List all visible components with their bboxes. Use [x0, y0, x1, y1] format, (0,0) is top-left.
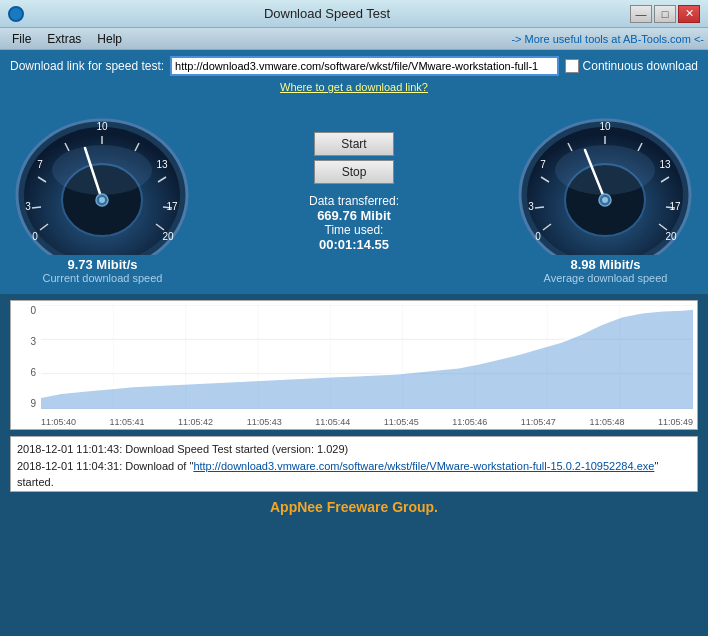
where-link-row: Where to get a download link?	[10, 80, 698, 94]
continuous-download-option: Continuous download	[565, 59, 698, 73]
svg-line-35	[535, 207, 544, 208]
average-speed-gauge: 0 3 7 10 13 17 20	[513, 100, 698, 284]
svg-line-12	[32, 207, 41, 208]
x-label-3: 11:05:43	[247, 417, 282, 427]
menu-help[interactable]: Help	[89, 30, 130, 48]
time-label: Time used:	[309, 223, 399, 237]
x-label-6: 11:05:46	[452, 417, 487, 427]
y-label-6: 6	[30, 367, 36, 378]
x-label-8: 11:05:48	[589, 417, 624, 427]
gauges-row: 0 3 7 10 13 17 20	[10, 100, 698, 284]
svg-text:17: 17	[669, 201, 681, 212]
url-row: Download link for speed test: Continuous…	[10, 56, 698, 76]
footer-text: AppNee Freeware Group.	[270, 499, 438, 515]
chart-y-axis: 9 6 3 0	[11, 305, 39, 409]
log-line-2: 2018-12-01 11:04:31: Download of "http:/…	[17, 458, 691, 491]
svg-text:10: 10	[96, 121, 108, 132]
x-label-4: 11:05:44	[315, 417, 350, 427]
continuous-checkbox[interactable]	[565, 59, 579, 73]
svg-point-3	[52, 145, 152, 195]
continuous-label: Continuous download	[583, 59, 698, 73]
current-speed-label: Current download speed	[43, 272, 163, 284]
svg-text:13: 13	[156, 159, 168, 170]
stop-button[interactable]: Stop	[314, 160, 394, 184]
maximize-button[interactable]: □	[654, 5, 676, 23]
center-controls: Start Stop Data transferred: 669.76 Mibi…	[309, 132, 399, 252]
log-download-link[interactable]: http://download3.vmware.com/software/wks…	[193, 460, 654, 472]
url-input[interactable]	[170, 56, 558, 76]
window-controls: — □ ✕	[630, 5, 700, 23]
average-speed-value: 8.98 Mibit/s	[570, 257, 640, 272]
log-line-1: 2018-12-01 11:01:43: Download Speed Test…	[17, 441, 691, 458]
minimize-button[interactable]: —	[630, 5, 652, 23]
start-button[interactable]: Start	[314, 132, 394, 156]
where-to-get-link[interactable]: Where to get a download link?	[280, 81, 428, 93]
svg-text:20: 20	[162, 231, 174, 242]
gauge-right-svg: 0 3 7 10 13 17 20	[513, 100, 698, 255]
svg-text:3: 3	[25, 201, 31, 212]
chart-x-axis: 11:05:40 11:05:41 11:05:42 11:05:43 11:0…	[41, 409, 693, 429]
x-label-9: 11:05:49	[658, 417, 693, 427]
x-label-5: 11:05:45	[384, 417, 419, 427]
current-speed-gauge: 0 3 7 10 13 17 20	[10, 100, 195, 284]
time-value: 00:01:14.55	[309, 237, 399, 252]
svg-text:0: 0	[32, 231, 38, 242]
log-area: 2018-12-01 11:01:43: Download Speed Test…	[10, 436, 698, 492]
svg-text:0: 0	[535, 231, 541, 242]
transferred-label: Data transferred:	[309, 194, 399, 208]
y-label-9: 9	[30, 398, 36, 409]
svg-point-26	[555, 145, 655, 195]
svg-line-41	[666, 207, 675, 208]
svg-text:17: 17	[166, 201, 178, 212]
svg-line-18	[163, 207, 172, 208]
data-info: Data transferred: 669.76 Mibit Time used…	[309, 194, 399, 252]
svg-text:13: 13	[659, 159, 671, 170]
average-speed-label: Average download speed	[544, 272, 668, 284]
x-label-1: 11:05:41	[110, 417, 145, 427]
svg-text:7: 7	[540, 159, 546, 170]
menu-file[interactable]: File	[4, 30, 39, 48]
ab-tools-link[interactable]: -> More useful tools at AB-Tools.com <-	[511, 33, 704, 45]
svg-point-45	[602, 197, 608, 203]
svg-point-22	[99, 197, 105, 203]
svg-text:3: 3	[528, 201, 534, 212]
y-label-0: 0	[30, 305, 36, 316]
current-speed-value: 9.73 Mibit/s	[67, 257, 137, 272]
transferred-value: 669.76 Mibit	[309, 208, 399, 223]
y-label-3: 3	[30, 336, 36, 347]
url-label: Download link for speed test:	[10, 59, 164, 73]
app-icon	[8, 6, 24, 22]
main-area: Download link for speed test: Continuous…	[0, 50, 708, 294]
footer: AppNee Freeware Group.	[0, 492, 708, 522]
menu-extras[interactable]: Extras	[39, 30, 89, 48]
close-button[interactable]: ✕	[678, 5, 700, 23]
window-title: Download Speed Test	[24, 6, 630, 21]
svg-text:7: 7	[37, 159, 43, 170]
chart-svg	[41, 305, 693, 409]
svg-text:20: 20	[665, 231, 677, 242]
chart-area: 9 6 3 0 11:05:40 11:05:41 11:05:42 11:05…	[10, 300, 698, 430]
x-label-7: 11:05:47	[521, 417, 556, 427]
svg-text:10: 10	[599, 121, 611, 132]
gauge-left-svg: 0 3 7 10 13 17 20	[10, 100, 195, 255]
menu-bar: File Extras Help -> More useful tools at…	[0, 28, 708, 50]
x-label-0: 11:05:40	[41, 417, 76, 427]
x-label-2: 11:05:42	[178, 417, 213, 427]
title-bar: Download Speed Test — □ ✕	[0, 0, 708, 28]
